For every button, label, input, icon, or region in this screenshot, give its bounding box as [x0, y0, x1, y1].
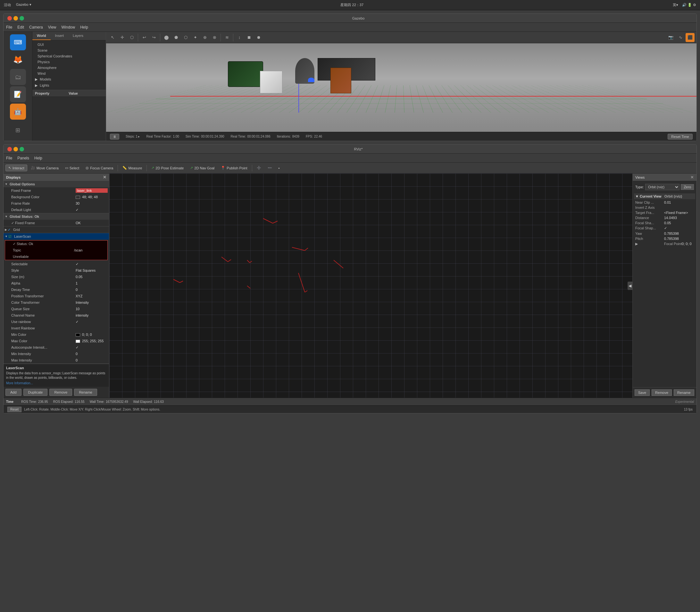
global-status-header[interactable]: ▼ Global Status: Ok — [3, 213, 109, 220]
gz-act-notes[interactable]: 📝 — [10, 86, 26, 102]
use-rainbow-row[interactable]: Use rainbow ✓ — [3, 319, 109, 325]
rviz-tool-plus[interactable]: ➕ — [254, 165, 264, 171]
add-display-btn[interactable]: Add — [5, 389, 22, 396]
rviz-tool-pose-estimate[interactable]: ↗ 2D Pose Estimate — [148, 165, 187, 171]
max-intensity-row[interactable]: Max Intensity 0 — [3, 357, 109, 363]
autocompute-row[interactable]: Autocompute Intensit... ✓ — [3, 344, 109, 351]
gz-tab-world[interactable]: World — [32, 32, 51, 40]
queue-size-row[interactable]: Queue Size 10 — [3, 306, 109, 312]
grid-row[interactable]: ▶ ✓ Grid — [3, 226, 109, 233]
color-transformer-row[interactable]: Color Transformer Intensity — [3, 299, 109, 306]
sys-lang[interactable]: 英▾ — [673, 3, 678, 8]
min-color-row[interactable]: Min Color 0; 0; 0 — [3, 331, 109, 338]
laserscan-topic-row[interactable]: Topic /scan — [5, 247, 108, 253]
gz-tool-record[interactable]: ∿ — [676, 33, 685, 42]
displays-close-btn[interactable]: ✕ — [103, 175, 106, 180]
gazebo-menu-window[interactable]: Window — [61, 25, 75, 29]
rviz-tool-measure[interactable]: 📏 Measure — [119, 165, 145, 171]
gz-tool-undo[interactable]: ↩ — [140, 33, 149, 42]
rviz-expand-panel-btn[interactable]: ◀ — [628, 282, 632, 290]
pos-transformer-row[interactable]: Position Transformer XYZ — [3, 293, 109, 299]
frame-rate-row[interactable]: Frame Rate 30 — [3, 200, 109, 207]
gz-tool-snap[interactable]: ↕ — [235, 33, 244, 42]
gz-tool-screenshot[interactable]: 📷 — [666, 33, 675, 42]
gazebo-menu-camera[interactable]: Camera — [29, 25, 43, 29]
gz-tool-cylinder[interactable]: ⬡ — [181, 33, 190, 42]
gazebo-minimize-btn[interactable] — [13, 16, 18, 20]
invert-rainbow-row[interactable]: Invert Rainbow — [3, 325, 109, 331]
world-tree-wind[interactable]: Wind — [32, 71, 106, 76]
remove-display-btn[interactable]: Remove — [49, 389, 72, 396]
size-row[interactable]: Size (m) 0.05 — [3, 274, 109, 280]
views-type-select[interactable]: Orbit (rviz) — [645, 184, 680, 190]
gazebo-menu-view[interactable]: View — [48, 25, 56, 29]
decay-time-row[interactable]: Decay Time 0 — [3, 287, 109, 293]
rviz-menu-panels[interactable]: Panels — [17, 156, 29, 161]
default-light-row[interactable]: Default Light ✓ — [3, 207, 109, 213]
views-save-btn[interactable]: Save — [634, 389, 650, 396]
gz-tool-box[interactable]: ⬤ — [162, 33, 171, 42]
gz-tool-select[interactable]: ↖ — [108, 33, 117, 42]
views-zero-btn[interactable]: Zero — [681, 184, 694, 190]
selectable-row[interactable]: Selectable ✓ — [3, 261, 109, 267]
rename-display-btn[interactable]: Rename — [74, 389, 97, 396]
channel-name-row[interactable]: Channel Name intensity — [3, 312, 109, 319]
bg-color-row[interactable]: Background Color 48; 48; 48 — [3, 194, 109, 200]
gz-tool-translate[interactable]: ✛ — [118, 33, 127, 42]
gazebo-menu-label[interactable]: Gazebo ▾ — [16, 3, 31, 8]
gazebo-viewport[interactable] — [106, 43, 697, 132]
gz-act-files[interactable]: 🗂 — [10, 69, 26, 85]
gazebo-close-btn[interactable] — [8, 16, 12, 20]
rviz-menu-file[interactable]: File — [6, 156, 12, 161]
rviz-tool-publish-point[interactable]: 📍 Publish Point — [218, 165, 250, 171]
gz-act-gazebo[interactable]: 🤖 — [10, 103, 26, 120]
global-options-header[interactable]: ▼ Global Options — [3, 181, 109, 187]
rviz-tool-interact[interactable]: ↖ Interact — [5, 165, 27, 171]
rviz-tool-movecamera[interactable]: 🎥 Move Camera — [28, 165, 61, 171]
rviz-tool-focuscamera[interactable]: ◎ Focus Camera — [83, 165, 116, 171]
min-intensity-row[interactable]: Min Intensity 0 — [3, 351, 109, 357]
gz-tool-align[interactable]: ⏹ — [245, 33, 254, 42]
views-remove-btn[interactable]: Remove — [652, 389, 672, 396]
max-color-row[interactable]: Max Color 255; 255; 255 — [3, 338, 109, 344]
rviz-tool-minus[interactable]: ➖ — [265, 165, 275, 171]
gz-act-grid[interactable]: ⊞ — [10, 122, 26, 138]
gazebo-menu-help[interactable]: Help — [80, 25, 88, 29]
fixed-frame-row[interactable]: Fixed Frame laser_link — [3, 187, 109, 194]
duplicate-display-btn[interactable]: Duplicate — [24, 389, 48, 396]
laserscan-status-row[interactable]: ✓ Status: Ok — [5, 240, 108, 247]
laserscan-header[interactable]: ▼ ☑ LaserScan — [3, 233, 109, 240]
rviz-tool-select[interactable]: ▭ Select — [62, 165, 82, 171]
world-tree-gui[interactable]: GUI — [32, 42, 106, 47]
world-tree-lights[interactable]: ▶ Lights — [32, 82, 106, 88]
world-tree-models[interactable]: ▶ Models — [32, 76, 106, 82]
gz-tool-sphere[interactable]: ⬟ — [171, 33, 181, 42]
world-tree-atmosphere[interactable]: Atmosphere — [32, 65, 106, 71]
gz-tool-spotlight[interactable]: ⊕ — [200, 33, 209, 42]
rviz-3d-viewport[interactable]: ◀ — [109, 173, 632, 398]
gz-tool-active-highlight[interactable]: ⬛ — [686, 33, 695, 42]
gz-tool-rotate[interactable]: ⬡ — [127, 33, 136, 42]
gz-tab-insert[interactable]: Insert — [51, 32, 69, 40]
rviz-close-btn[interactable] — [8, 147, 12, 151]
gz-act-vs[interactable]: ⌨ — [10, 34, 26, 50]
views-rename-btn[interactable]: Rename — [674, 389, 694, 396]
style-row[interactable]: Style Flat Squares — [3, 267, 109, 274]
fixed-frame-status-row[interactable]: ✓ Fixed Frame OK — [3, 220, 109, 226]
gazebo-maximize-btn[interactable] — [19, 16, 24, 20]
rviz-menu-help[interactable]: Help — [34, 156, 42, 161]
gz-reset-btn[interactable]: Reset Time — [668, 134, 692, 140]
rviz-maximize-btn[interactable] — [19, 147, 24, 151]
gz-tool-measure[interactable]: ≋ — [223, 33, 231, 42]
laserscan-unreliable-row[interactable]: Unreliable — [5, 253, 108, 260]
gz-tool-copy[interactable]: ⏺ — [254, 33, 263, 42]
gz-tool-redo[interactable]: ↪ — [149, 33, 158, 42]
rviz-tool-dot[interactable]: • — [276, 165, 283, 171]
gz-tool-dirlight[interactable]: ⊗ — [210, 33, 219, 42]
gazebo-menu-file[interactable]: File — [6, 25, 12, 29]
rviz-tool-nav-goal[interactable]: ↗ 2D Nav Goal — [187, 165, 217, 171]
alpha-row[interactable]: Alpha 1 — [3, 280, 109, 287]
gz-act-firefox[interactable]: 🦊 — [10, 52, 26, 68]
gz-tab-layers[interactable]: Layers — [68, 32, 88, 40]
rviz-reset-btn[interactable]: Reset — [8, 407, 22, 412]
